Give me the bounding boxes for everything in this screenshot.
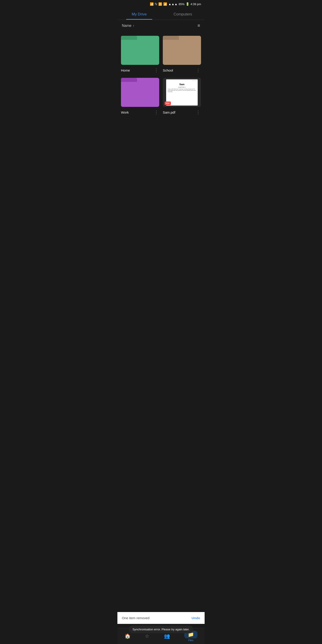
snackbar: One item removed Undo [118,612,204,624]
snackbar-message: One item removed [122,616,149,620]
vibrate-icon: 📴 [158,2,162,6]
tab-computers[interactable]: Computers [161,8,204,20]
undo-button[interactable]: Undo [192,616,200,620]
tab-my-drive[interactable]: My Drive [118,8,161,20]
list-item[interactable]: Nova Video Sam CHAPTER 1 It was a cold w… [163,78,201,116]
pdf-thumbnail: Nova Video Sam CHAPTER 1 It was a cold w… [163,78,201,107]
folder-work-icon [121,78,159,107]
error-toast-text: Synchronisation error. Please try again … [132,628,190,631]
status-bar: 📶 ℕ 📴 📶 ▲▲▲ 85% 🔋 4:39 pm [118,0,204,8]
nfc-icon: ℕ [155,2,157,6]
list-item[interactable]: Home ⋮ [121,36,159,73]
list-item[interactable]: Work ⋮ [121,78,159,116]
error-toast: Synchronisation error. Please try again … [129,626,193,633]
file-label-row: School ⋮ [163,67,201,73]
clock: 4:39 pm [190,2,201,6]
pdf-header-text: Nova Video [192,80,197,81]
folder-school-icon [163,36,201,65]
status-icons: 📶 ℕ 📴 📶 ▲▲▲ 85% 🔋 4:39 pm [150,2,201,6]
home-nav-icon: 🏠 [124,633,130,639]
file-label-row: Sam.pdf ⋮ [163,109,201,116]
bluetooth-icon: 📶 [150,2,154,6]
file-name-sam-pdf: Sam.pdf [163,110,175,114]
pdf-body: It was a cold winter day. It had been sn… [168,88,196,93]
file-name-work: Work [121,110,129,114]
nav-item-home[interactable]: 🏠 [124,633,130,639]
pdf-page-preview: Nova Video Sam CHAPTER 1 It was a cold w… [166,80,198,106]
sort-label[interactable]: Name ↑ [122,24,134,28]
files-nav-label: Files [188,639,194,642]
pdf-badge: PDF [164,102,171,105]
file-grid: Home ⋮ School ⋮ Work ⋮ Nova Video Sam CH… [118,31,204,120]
pdf-title: Sam [168,83,196,86]
sampdf-more-button[interactable]: ⋮ [195,109,201,116]
signal-icon: ▲▲▲ [168,2,178,6]
nav-item-shared[interactable]: 👥 [164,633,170,639]
file-label-row: Work ⋮ [121,109,159,116]
nav-item-starred[interactable]: ☆ [145,633,149,639]
starred-nav-icon: ☆ [145,633,149,639]
tab-bar: My Drive Computers [118,8,204,20]
wifi-icon: 📶 [163,2,167,6]
list-item[interactable]: School ⋮ [163,36,201,73]
battery-icon: 🔋 [186,2,190,6]
sort-bar: Name ↑ ≡ [118,20,204,31]
file-label-row: Home ⋮ [121,67,159,73]
file-name-home: Home [121,68,130,72]
sort-direction-icon: ↑ [133,24,134,28]
home-more-button[interactable]: ⋮ [153,67,159,73]
folder-home-icon [121,36,159,65]
work-more-button[interactable]: ⋮ [153,109,159,116]
shared-nav-icon: 👥 [164,633,170,639]
view-toggle-icon[interactable]: ≡ [198,23,200,28]
school-more-button[interactable]: ⋮ [195,67,201,73]
battery-percent: 85% [179,2,184,6]
file-name-school: School [163,68,173,72]
pdf-chapter: CHAPTER 1 [168,86,196,88]
